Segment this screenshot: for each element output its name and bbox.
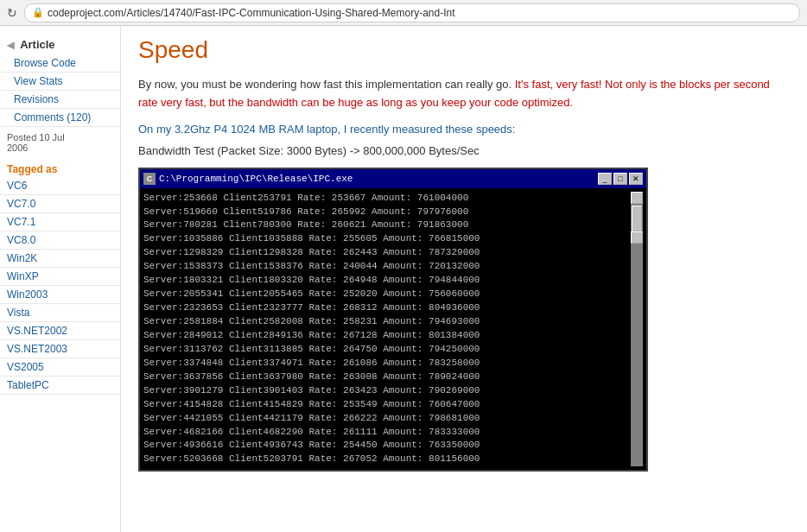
cmd-line: Server:4936616 Client4936743 Rate: 25445… <box>143 439 631 453</box>
cmd-line: Server:3901279 Client3901403 Rate: 26342… <box>143 384 631 398</box>
sidebar-arrow: ◀ <box>7 40 14 51</box>
cmd-line: Server:1035886 Client1035888 Rate: 25560… <box>143 232 631 246</box>
page-title: Speed <box>138 36 790 64</box>
cmd-title-text: C:\Programming\IPC\Release\IPC.exe <box>159 174 594 184</box>
cmd-line: Server:4682166 Client4682290 Rate: 26111… <box>143 426 631 440</box>
lock-icon: 🔒 <box>32 7 44 18</box>
main-content: Speed By now, you must be wondering how … <box>121 26 807 532</box>
sidebar-item-browse-code[interactable]: Browse Code <box>0 54 120 73</box>
cmd-scrollbar[interactable]: ▲ ▼ <box>631 192 643 467</box>
cmd-line: Server:1538373 Client1538376 Rate: 24004… <box>143 260 631 274</box>
cmd-icon: C <box>143 173 156 185</box>
cmd-line: Server:3113762 Client3113885 Rate: 26475… <box>143 343 631 357</box>
cmd-line: Server:519660 Client519786 Rate: 265992 … <box>143 206 631 219</box>
sidebar-tag-vista[interactable]: Vista <box>0 304 120 322</box>
sidebar-tag-vc6[interactable]: VC6 <box>0 177 120 195</box>
cmd-window-buttons: _ □ ✕ <box>598 173 643 185</box>
url-text: codeproject.com/Articles/14740/Fast-IPC-… <box>48 7 455 19</box>
sidebar-tag-vsnet2002[interactable]: VS.NET2002 <box>0 322 120 340</box>
sidebar-item-view-stats[interactable]: View Stats <box>0 73 120 91</box>
cmd-line: Server:3374848 Client3374971 Rate: 26108… <box>143 357 631 370</box>
sidebar-tagged-label: Tagged as <box>0 158 120 177</box>
cmd-line: Server:4154828 Client4154829 Rate: 25354… <box>143 398 631 412</box>
sidebar-tag-win2k[interactable]: Win2K <box>0 250 120 268</box>
sidebar-tag-vs2005[interactable]: VS2005 <box>0 358 120 377</box>
sidebar-tag-vc70[interactable]: VC7.0 <box>0 195 120 213</box>
sidebar-tag-tabletpc[interactable]: TabletPC <box>0 377 120 395</box>
cmd-scroll-up[interactable]: ▲ <box>631 192 643 204</box>
cmd-titlebar: C C:\Programming\IPC\Release\IPC.exe _ □… <box>140 169 646 188</box>
sidebar-tag-win2003[interactable]: Win2003 <box>0 286 120 304</box>
cmd-line: Server:5203668 Client5203791 Rate: 26705… <box>143 453 631 466</box>
cmd-line: Server:1803321 Client1803320 Rate: 26494… <box>143 274 631 288</box>
sidebar-item-comments[interactable]: Comments (120) <box>0 109 120 127</box>
sidebar-article-title: ◀ Article <box>0 33 120 54</box>
cmd-line: Server:2581884 Client2582008 Rate: 25823… <box>143 315 631 329</box>
cmd-line: Server:780281 Client780300 Rate: 260621 … <box>143 218 631 232</box>
sidebar-posted: Posted 10 Jul2006 <box>0 127 120 158</box>
cmd-minimize-button[interactable]: _ <box>598 173 612 185</box>
cmd-scroll-thumb[interactable] <box>632 206 642 231</box>
cmd-line: Server:1298329 Client1298328 Rate: 26244… <box>143 246 631 260</box>
cmd-line: Server:2849012 Client2849136 Rate: 26712… <box>143 329 631 343</box>
sidebar-tag-vc80[interactable]: VC8.0 <box>0 231 120 250</box>
cmd-line: Server:2055341 Client2055465 Rate: 25202… <box>143 288 631 301</box>
sidebar-tag-vc71[interactable]: VC7.1 <box>0 213 120 231</box>
intro-paragraph: By now, you must be wondering how fast t… <box>138 76 790 112</box>
sidebar: ◀ Article Browse Code View Stats Revisio… <box>0 26 121 532</box>
cmd-line: Server:253668 Client253791 Rate: 253667 … <box>143 192 631 206</box>
refresh-icon[interactable]: ↻ <box>7 6 17 20</box>
cmd-body: Server:253668 Client253791 Rate: 253667 … <box>140 188 646 471</box>
page-layout: ◀ Article Browse Code View Stats Revisio… <box>0 26 807 532</box>
address-bar[interactable]: 🔒 codeproject.com/Articles/14740/Fast-IP… <box>24 3 800 22</box>
cmd-scroll-down[interactable]: ▼ <box>631 231 643 244</box>
cmd-window: C C:\Programming\IPC\Release\IPC.exe _ □… <box>138 168 648 472</box>
cmd-line: Server:2323653 Client2323777 Rate: 26831… <box>143 301 631 315</box>
sidebar-item-revisions[interactable]: Revisions <box>0 91 120 109</box>
sidebar-tag-winxp[interactable]: WinXP <box>0 268 120 286</box>
speed-line: On my 3.2Ghz P4 1024 MB RAM laptop, I re… <box>138 123 790 136</box>
cmd-line: Server:4421055 Client4421179 Rate: 26622… <box>143 412 631 426</box>
sidebar-tag-vsnet2003[interactable]: VS.NET2003 <box>0 340 120 358</box>
cmd-line: Server:3637856 Client3637980 Rate: 26300… <box>143 370 631 384</box>
bandwidth-line: Bandwidth Test (Packet Size: 3000 Bytes)… <box>138 144 790 157</box>
cmd-maximize-button[interactable]: □ <box>613 173 627 185</box>
cmd-text-area: Server:253668 Client253791 Rate: 253667 … <box>143 192 631 467</box>
browser-bar: ↻ 🔒 codeproject.com/Articles/14740/Fast-… <box>0 0 807 26</box>
cmd-close-button[interactable]: ✕ <box>629 173 643 185</box>
